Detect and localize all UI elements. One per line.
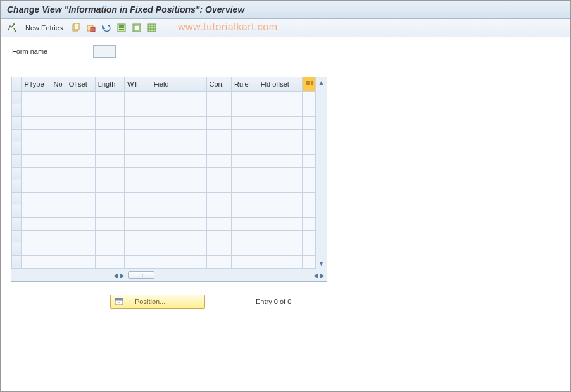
cell[interactable] xyxy=(258,91,302,104)
cell[interactable] xyxy=(22,154,51,167)
row-handle[interactable] xyxy=(12,230,22,243)
cell[interactable] xyxy=(95,154,124,167)
cell[interactable] xyxy=(124,230,151,243)
cell[interactable] xyxy=(206,167,232,180)
undo-icon[interactable] xyxy=(100,21,113,34)
cell[interactable] xyxy=(151,230,206,243)
cell[interactable] xyxy=(232,180,258,192)
cell[interactable] xyxy=(51,255,66,268)
cell[interactable] xyxy=(95,180,124,192)
cell[interactable] xyxy=(51,154,66,167)
cell[interactable] xyxy=(22,91,51,104)
select-all-icon[interactable] xyxy=(115,21,128,34)
cell[interactable] xyxy=(51,180,66,192)
cell[interactable] xyxy=(51,205,66,217)
cell[interactable] xyxy=(51,243,66,255)
cell[interactable] xyxy=(206,180,232,192)
scroll-thumb[interactable]: ::: xyxy=(128,271,154,279)
cell[interactable] xyxy=(66,91,95,104)
cell[interactable] xyxy=(151,255,206,268)
cell[interactable] xyxy=(206,142,232,154)
row-handle[interactable] xyxy=(12,167,22,180)
cell[interactable] xyxy=(258,167,302,180)
scroll-down-icon[interactable]: ▼ xyxy=(318,259,325,267)
cell[interactable] xyxy=(232,154,258,167)
cell[interactable] xyxy=(95,205,124,217)
column-offset[interactable]: Offset xyxy=(66,77,95,91)
cell[interactable] xyxy=(22,116,51,129)
cell[interactable] xyxy=(66,205,95,217)
cell[interactable] xyxy=(206,243,232,255)
cell[interactable] xyxy=(232,104,258,116)
row-handle[interactable] xyxy=(12,205,22,217)
cell[interactable] xyxy=(51,167,66,180)
copy-as-icon[interactable] xyxy=(70,21,82,34)
cell[interactable] xyxy=(258,104,302,116)
column-length[interactable]: Lngth xyxy=(95,77,124,91)
cell[interactable] xyxy=(66,230,95,243)
cell[interactable] xyxy=(22,230,51,243)
cell[interactable] xyxy=(258,154,302,167)
cell[interactable] xyxy=(232,205,258,217)
vertical-scrollbar[interactable]: ▲ ▼ xyxy=(315,77,327,269)
scroll-right-inner-icon[interactable]: ▶ xyxy=(119,271,125,279)
row-handle[interactable] xyxy=(12,217,22,230)
cell[interactable] xyxy=(95,217,124,230)
column-selector[interactable] xyxy=(12,77,22,91)
cell[interactable] xyxy=(206,129,232,142)
cell[interactable] xyxy=(95,116,124,129)
row-handle[interactable] xyxy=(12,104,22,116)
cell[interactable] xyxy=(124,180,151,192)
cell[interactable] xyxy=(22,192,51,205)
cell[interactable] xyxy=(151,167,206,180)
deselect-all-icon[interactable] xyxy=(130,21,143,34)
cell[interactable] xyxy=(151,116,206,129)
cell[interactable] xyxy=(232,116,258,129)
cell[interactable] xyxy=(124,91,151,104)
cell[interactable] xyxy=(206,116,232,129)
row-handle[interactable] xyxy=(12,255,22,268)
cell[interactable] xyxy=(22,205,51,217)
cell[interactable] xyxy=(151,192,206,205)
cell[interactable] xyxy=(151,205,206,217)
cell[interactable] xyxy=(258,230,302,243)
cell[interactable] xyxy=(232,91,258,104)
cell[interactable] xyxy=(51,91,66,104)
cell[interactable] xyxy=(66,243,95,255)
position-button[interactable]: Position... xyxy=(110,295,205,309)
column-ptype[interactable]: PType xyxy=(22,77,51,91)
row-handle[interactable] xyxy=(12,154,22,167)
cell[interactable] xyxy=(232,255,258,268)
cell[interactable] xyxy=(124,243,151,255)
cell[interactable] xyxy=(124,205,151,217)
table-settings-icon[interactable] xyxy=(146,21,158,34)
cell[interactable] xyxy=(232,192,258,205)
cell[interactable] xyxy=(22,142,51,154)
cell[interactable] xyxy=(51,142,66,154)
horizontal-scrollbar[interactable]: ◀ ▶ ::: ◀ ▶ xyxy=(11,269,327,281)
scroll-right-end-icon[interactable]: ▶ xyxy=(319,271,325,279)
row-handle[interactable] xyxy=(12,129,22,142)
cell[interactable] xyxy=(66,180,95,192)
column-config-icon[interactable] xyxy=(303,77,315,91)
row-handle[interactable] xyxy=(12,116,22,129)
cell[interactable] xyxy=(22,217,51,230)
cell[interactable] xyxy=(22,180,51,192)
cell[interactable] xyxy=(51,129,66,142)
row-handle[interactable] xyxy=(12,192,22,205)
scroll-left-end-icon[interactable]: ◀ xyxy=(313,271,319,279)
cell[interactable] xyxy=(124,217,151,230)
column-no[interactable]: No xyxy=(51,77,66,91)
cell[interactable] xyxy=(124,167,151,180)
form-name-input[interactable] xyxy=(93,45,116,58)
cell[interactable] xyxy=(206,217,232,230)
row-handle[interactable] xyxy=(12,180,22,192)
cell[interactable] xyxy=(206,192,232,205)
cell[interactable] xyxy=(151,243,206,255)
cell[interactable] xyxy=(22,255,51,268)
cell[interactable] xyxy=(206,255,232,268)
cell[interactable] xyxy=(124,154,151,167)
cell[interactable] xyxy=(151,142,206,154)
column-wt[interactable]: WT xyxy=(124,77,151,91)
cell[interactable] xyxy=(151,154,206,167)
